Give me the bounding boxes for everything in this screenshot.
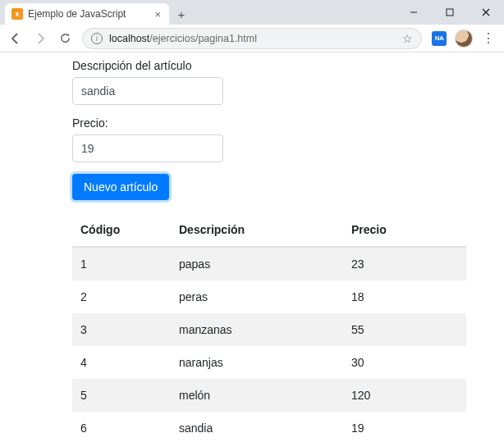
profile-avatar[interactable]	[453, 28, 474, 49]
col-header-codigo: Código	[72, 213, 171, 247]
cell-desc: manzanas	[171, 313, 343, 346]
table-row: 4naranjas30	[72, 346, 466, 379]
cell-codigo: 1	[72, 247, 171, 280]
desc-input-value: sandia	[81, 84, 115, 98]
table-header-row: Código Descripción Precio	[72, 213, 466, 247]
precio-label: Precio:	[72, 116, 504, 130]
browser-menu-button[interactable]: ⋮	[478, 28, 499, 49]
page-content: Descripción del artículo sandia Precio: …	[0, 52, 504, 442]
window-controls	[396, 0, 504, 25]
cell-desc: peras	[171, 280, 343, 313]
cell-codigo: 6	[72, 412, 171, 442]
address-bar[interactable]: i localhost/ejercicios/pagina1.html ☆	[82, 28, 422, 49]
url-path: /ejercicios/pagina1.html	[149, 33, 257, 44]
cell-desc: naranjas	[171, 346, 343, 379]
cell-precio: 18	[343, 280, 466, 313]
svg-rect-1	[447, 9, 453, 16]
maximize-button[interactable]	[432, 0, 468, 25]
reload-button[interactable]	[54, 28, 76, 49]
close-tab-icon[interactable]: ×	[153, 8, 163, 21]
cell-desc: sandia	[171, 412, 343, 442]
table-row: 2peras18	[72, 280, 466, 313]
precio-input[interactable]: 19	[72, 134, 223, 162]
cell-precio: 23	[343, 247, 466, 280]
tab-title: Ejemplo de JavaScript	[28, 8, 153, 20]
new-tab-button[interactable]: +	[172, 5, 190, 23]
browser-tab[interactable]: x Ejemplo de JavaScript ×	[5, 3, 169, 25]
table-row: 6sandia19	[72, 412, 466, 442]
desc-input[interactable]: sandia	[72, 77, 223, 105]
favicon-icon: x	[11, 8, 23, 20]
cell-codigo: 3	[72, 313, 171, 346]
table-row: 1papas23	[72, 247, 466, 280]
cell-precio: 19	[343, 412, 466, 442]
avatar-icon	[455, 30, 473, 48]
table-row: 3manzanas55	[72, 313, 466, 346]
extension-icon[interactable]: NA	[428, 28, 450, 49]
cell-precio: 120	[343, 379, 466, 412]
articles-table: Código Descripción Precio 1papas232peras…	[72, 213, 466, 442]
desc-label: Descripción del artículo	[72, 59, 504, 72]
cell-codigo: 5	[72, 379, 171, 412]
precio-input-value: 19	[81, 142, 94, 155]
site-info-icon[interactable]: i	[91, 33, 103, 44]
cell-precio: 30	[343, 346, 466, 379]
nuevo-articulo-button[interactable]: Nuevo artículo	[72, 174, 169, 200]
cell-codigo: 2	[72, 280, 171, 313]
back-button[interactable]	[5, 28, 26, 49]
cell-desc: papas	[171, 247, 343, 280]
window-titlebar: x Ejemplo de JavaScript × +	[0, 0, 504, 25]
extension-badge: NA	[432, 31, 447, 46]
bookmark-star-icon[interactable]: ☆	[402, 32, 413, 45]
close-window-button[interactable]	[468, 0, 504, 25]
col-header-precio: Precio	[343, 213, 466, 247]
browser-toolbar: i localhost/ejercicios/pagina1.html ☆ NA…	[0, 25, 504, 52]
col-header-desc: Descripción	[171, 213, 343, 247]
cell-precio: 55	[343, 313, 466, 346]
minimize-button[interactable]	[396, 0, 432, 25]
url-host: localhost	[109, 33, 149, 44]
cell-codigo: 4	[72, 346, 171, 379]
table-row: 5melón120	[72, 379, 466, 412]
forward-button[interactable]	[30, 28, 51, 49]
cell-desc: melón	[171, 379, 343, 412]
